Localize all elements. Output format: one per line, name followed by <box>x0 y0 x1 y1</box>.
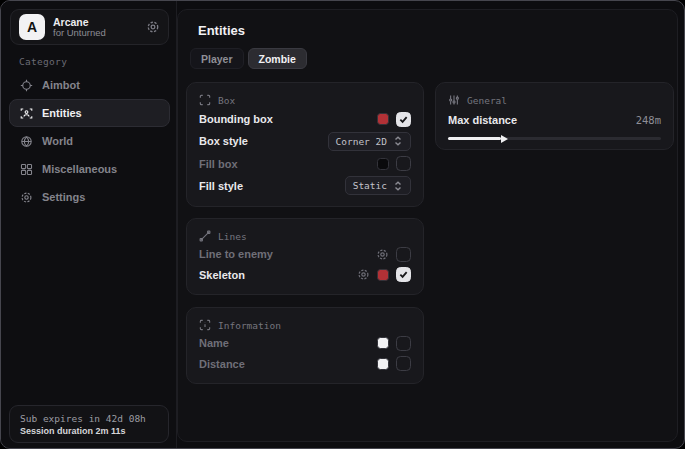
app-subtitle: for Unturned <box>53 28 138 39</box>
box-scan-icon <box>199 94 211 106</box>
lines-section-header: Lines <box>199 228 411 244</box>
setting-row-max-distance: Max distance 248m <box>448 112 661 128</box>
fill-style-dropdown[interactable]: Static <box>345 176 411 195</box>
subscription-card: Sub expires in 42d 08h Session duration … <box>9 405 169 443</box>
session-duration-label: Session duration <box>20 426 93 436</box>
sidebar-item-label: Miscellaneous <box>42 163 117 175</box>
slider-fill <box>448 137 501 140</box>
general-section-header: General <box>448 92 661 108</box>
color-swatch[interactable] <box>377 337 389 349</box>
setting-label: Max distance <box>448 114 517 126</box>
sliders-icon <box>448 94 460 106</box>
setting-label: Fill style <box>199 180 243 192</box>
entity-scan-icon <box>20 107 33 120</box>
setting-row-bounding-box: Bounding box <box>199 108 411 130</box>
main-panel: Entities Player Zombie Box Bounding box <box>177 9 678 442</box>
color-swatch[interactable] <box>377 158 389 170</box>
box-section-header: Box <box>199 92 411 108</box>
info-scan-icon <box>199 319 211 331</box>
gear-icon[interactable] <box>376 248 389 261</box>
color-swatch[interactable] <box>377 269 389 281</box>
setting-row-distance: Distance <box>199 354 411 375</box>
setting-row-line-to-enemy: Line to enemy <box>199 244 411 265</box>
gear-icon[interactable] <box>146 20 160 34</box>
checkbox-checked[interactable] <box>396 267 411 282</box>
general-section: General Max distance 248m <box>435 82 674 150</box>
app-name: Arcane <box>53 16 138 28</box>
checkbox-unchecked[interactable] <box>396 247 411 262</box>
app-header-card: A Arcane for Unturned <box>10 9 169 45</box>
information-section-header: Information <box>199 317 411 333</box>
app-titles: Arcane for Unturned <box>53 16 138 39</box>
setting-row-box-style: Box style Corner 2D <box>199 130 411 152</box>
slider-handle[interactable] <box>501 135 508 143</box>
selector-icon <box>393 181 403 191</box>
grid-icon <box>20 163 33 176</box>
setting-label: Name <box>199 337 229 349</box>
setting-row-fill-box: Fill box <box>199 153 411 175</box>
globe-icon <box>20 135 33 148</box>
crosshair-icon <box>20 79 33 92</box>
checkbox-unchecked[interactable] <box>396 336 411 351</box>
color-swatch[interactable] <box>377 358 389 370</box>
setting-row-fill-style: Fill style Static <box>199 175 411 197</box>
sidebar: A Arcane for Unturned Category Aimbot <box>1 1 177 448</box>
dropdown-value: Static <box>353 180 387 191</box>
page-title: Entities <box>198 23 245 38</box>
setting-label: Bounding box <box>199 113 273 125</box>
color-swatch[interactable] <box>377 113 389 125</box>
sidebar-nav: Aimbot Entities World <box>9 71 170 211</box>
max-distance-value: 248m <box>636 114 661 126</box>
information-section: Information Name Distance <box>186 307 424 384</box>
setting-label: Line to enemy <box>199 248 273 260</box>
line-icon <box>199 230 211 242</box>
lines-section-title: Lines <box>218 231 247 242</box>
setting-row-skeleton: Skeleton <box>199 265 411 286</box>
dropdown-value: Corner 2D <box>336 136 387 147</box>
selector-icon <box>393 136 403 146</box>
sub-expiry-text: Sub expires in 42d 08h <box>20 413 158 424</box>
setting-label: Skeleton <box>199 269 245 281</box>
gear-icon <box>20 191 33 204</box>
check-icon <box>399 270 408 279</box>
tab-player[interactable]: Player <box>190 48 244 69</box>
checkbox-unchecked[interactable] <box>396 356 411 371</box>
setting-label: Distance <box>199 358 245 370</box>
sidebar-item-settings[interactable]: Settings <box>9 183 170 211</box>
category-label: Category <box>19 56 67 67</box>
box-section-title: Box <box>218 95 235 106</box>
session-duration-value: 2m 11s <box>96 426 126 436</box>
tab-zombie[interactable]: Zombie <box>248 48 307 69</box>
checkbox-checked[interactable] <box>396 112 411 127</box>
information-section-title: Information <box>218 320 281 331</box>
app-window: A Arcane for Unturned Category Aimbot <box>0 0 685 449</box>
setting-row-name: Name <box>199 333 411 354</box>
gear-icon[interactable] <box>357 268 370 281</box>
sidebar-item-entities[interactable]: Entities <box>9 99 170 127</box>
sidebar-item-label: Settings <box>42 191 85 203</box>
box-style-dropdown[interactable]: Corner 2D <box>328 132 411 151</box>
sidebar-item-label: World <box>42 135 73 147</box>
setting-label: Box style <box>199 135 248 147</box>
sidebar-item-label: Aimbot <box>42 79 80 91</box>
sidebar-item-aimbot[interactable]: Aimbot <box>9 71 170 99</box>
app-logo: A <box>19 14 45 40</box>
sidebar-item-world[interactable]: World <box>9 127 170 155</box>
check-icon <box>399 115 408 124</box>
sidebar-item-miscellaneous[interactable]: Miscellaneous <box>9 155 170 183</box>
sidebar-item-label: Entities <box>42 107 82 119</box>
entity-tabs: Player Zombie <box>190 48 307 69</box>
box-section: Box Bounding box Box style Corner 2D <box>186 82 424 207</box>
lines-section: Lines Line to enemy Skeleton <box>186 218 424 295</box>
checkbox-unchecked[interactable] <box>396 156 411 171</box>
max-distance-slider[interactable] <box>448 137 661 140</box>
setting-label: Fill box <box>199 158 238 170</box>
general-section-title: General <box>467 95 507 106</box>
session-duration-text: Session duration 2m 11s <box>20 426 158 436</box>
